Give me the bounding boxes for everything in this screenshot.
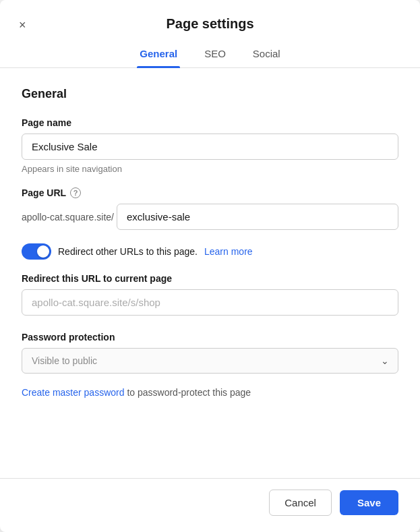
create-password-row: Create master password to password-prote…	[22, 387, 398, 398]
page-url-label-row: Page URL ?	[22, 187, 398, 198]
close-button[interactable]: ×	[16, 16, 29, 34]
page-name-label: Page name	[22, 117, 398, 128]
toggle-knob	[37, 245, 49, 258]
url-prefix: apollo-cat.square.site/	[22, 212, 117, 223]
create-master-password-link[interactable]: Create master password	[22, 387, 125, 398]
redirect-url-label: Redirect this URL to current page	[22, 273, 398, 284]
url-slug-input[interactable]	[117, 204, 398, 230]
redirect-toggle[interactable]	[22, 243, 51, 260]
modal-header: × Page settings	[0, 0, 420, 32]
redirect-url-input[interactable]	[22, 289, 398, 316]
tab-seo[interactable]: SEO	[202, 42, 229, 67]
tabs-nav: General SEO Social	[0, 32, 420, 68]
password-protection-label: Password protection	[22, 332, 398, 343]
password-select[interactable]: Visible to public Password protected	[22, 348, 398, 374]
page-settings-modal: × Page settings General SEO Social Gener…	[0, 0, 420, 532]
redirect-text: Redirect other URLs to this page.	[58, 246, 198, 257]
tab-social[interactable]: Social	[250, 42, 283, 67]
modal-footer: Cancel Save	[0, 478, 420, 532]
page-name-group: Page name Appears in site navigation	[22, 117, 398, 174]
password-select-wrapper: Visible to public Password protected ⌄	[22, 348, 398, 374]
url-row: apollo-cat.square.site/	[22, 204, 398, 230]
page-name-helper: Appears in site navigation	[22, 164, 398, 174]
cancel-button[interactable]: Cancel	[269, 490, 332, 516]
password-protection-group: Password protection Visible to public Pa…	[22, 332, 398, 374]
page-url-group: Page URL ? apollo-cat.square.site/	[22, 187, 398, 230]
page-url-help-icon[interactable]: ?	[70, 187, 81, 198]
modal-title: Page settings	[166, 16, 253, 32]
create-password-suffix: to password-protect this page	[127, 387, 251, 398]
save-button[interactable]: Save	[340, 490, 398, 515]
page-name-input[interactable]	[22, 134, 398, 160]
tab-general[interactable]: General	[137, 42, 180, 67]
redirect-url-group: Redirect this URL to current page	[22, 273, 398, 316]
page-url-label: Page URL	[22, 187, 66, 198]
redirect-row: Redirect other URLs to this page. Learn …	[22, 243, 398, 260]
learn-more-link[interactable]: Learn more	[204, 246, 253, 257]
modal-body: General Page name Appears in site naviga…	[0, 68, 420, 478]
section-title: General	[22, 87, 398, 101]
